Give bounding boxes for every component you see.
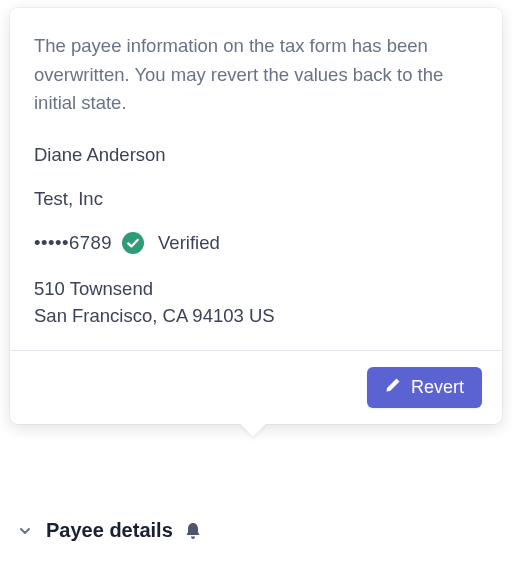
popover-body: The payee information on the tax form ha…	[10, 8, 502, 350]
popover-footer: Revert	[10, 350, 502, 424]
revert-button-label: Revert	[411, 377, 464, 398]
info-text: The payee information on the tax form ha…	[34, 32, 478, 118]
address-line-2: San Francisco, CA 94103 US	[34, 303, 478, 330]
address: 510 Townsend San Francisco, CA 94103 US	[34, 276, 478, 330]
taxid-masked: •••••6789	[34, 232, 112, 254]
chevron-down-icon	[18, 524, 32, 538]
pencil-icon	[385, 377, 401, 398]
taxid-row: •••••6789 Verified	[34, 232, 478, 254]
verified-label: Verified	[158, 232, 220, 254]
bell-icon[interactable]	[185, 522, 201, 540]
payee-name: Diane Anderson	[34, 144, 478, 166]
verified-check-icon	[122, 232, 144, 254]
svg-point-0	[122, 232, 144, 254]
payee-details-section-header[interactable]: Payee details	[18, 519, 201, 542]
company-name: Test, Inc	[34, 188, 478, 210]
section-title: Payee details	[46, 519, 173, 542]
payee-override-popover: The payee information on the tax form ha…	[10, 8, 502, 424]
address-line-1: 510 Townsend	[34, 276, 478, 303]
revert-button[interactable]: Revert	[367, 367, 482, 408]
